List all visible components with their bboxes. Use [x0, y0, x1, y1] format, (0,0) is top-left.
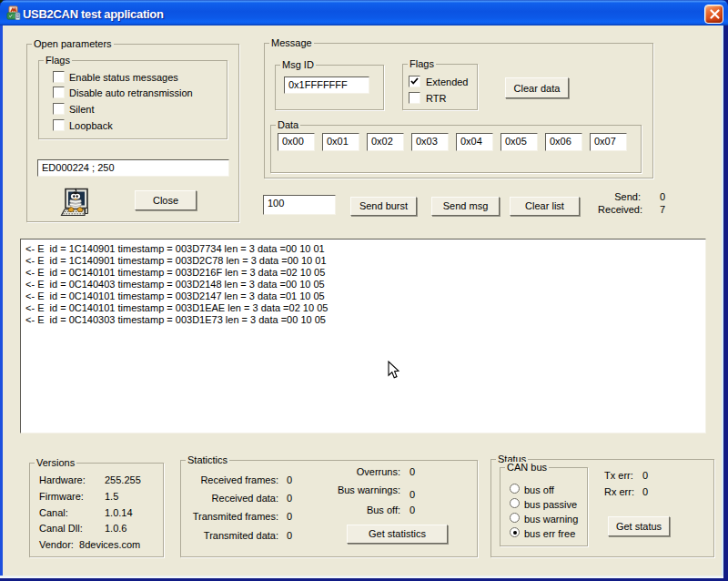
svg-text:8: 8 — [16, 13, 20, 19]
